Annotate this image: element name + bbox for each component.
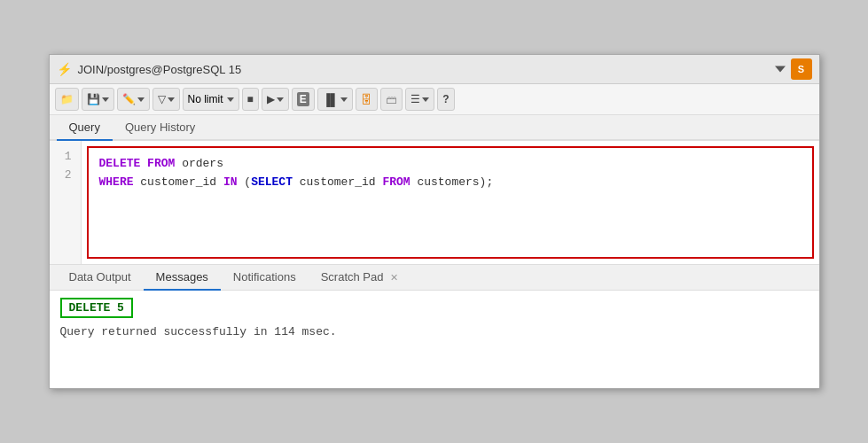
- db-icon: S: [791, 58, 812, 80]
- result-area: DELETE 5 Query returned successfully in …: [50, 291, 819, 388]
- macros-caret: [422, 97, 429, 102]
- filter-button[interactable]: ▽: [152, 88, 180, 111]
- line-number-1: 1: [59, 148, 72, 167]
- line-numbers: 1 2: [50, 141, 82, 264]
- filter-icon: ▽: [158, 93, 166, 105]
- save-caret: [102, 97, 109, 102]
- connect-button[interactable]: 🗄: [356, 88, 378, 111]
- code-line-2: WHERE customer_id IN (SELECT customer_id…: [99, 174, 802, 192]
- edit-caret: [137, 97, 145, 102]
- tab-notifications[interactable]: Notifications: [221, 265, 309, 291]
- no-limit-dropdown[interactable]: No limit: [183, 88, 239, 111]
- disconnect-icon: 🗃: [386, 93, 397, 106]
- explain-icon: E: [297, 92, 309, 106]
- title-bar: ⚡ JOIN/postgres@PostgreSQL 15 S: [50, 55, 819, 84]
- tab-query[interactable]: Query: [57, 115, 113, 141]
- code-line-1: DELETE FROM orders: [99, 155, 802, 174]
- connection-title: JOIN/postgres@PostgreSQL 15: [78, 63, 770, 76]
- folder-icon: 📁: [60, 93, 74, 105]
- save-button[interactable]: 💾: [82, 88, 114, 111]
- run-button[interactable]: ▶: [262, 88, 289, 111]
- save-icon: 💾: [87, 93, 100, 105]
- tab-messages[interactable]: Messages: [144, 265, 221, 291]
- macros-button[interactable]: ☰: [405, 88, 434, 111]
- scratch-pad-close[interactable]: ✕: [390, 272, 398, 283]
- connection-dropdown[interactable]: [775, 64, 786, 74]
- bar-chart-icon: ▐▌: [323, 93, 339, 106]
- play-icon: ▶: [267, 93, 275, 105]
- tab-scratch-pad[interactable]: Scratch Pad ✕: [309, 265, 411, 291]
- list-icon: ☰: [411, 93, 420, 105]
- connect-icon: 🗄: [361, 93, 372, 106]
- code-editor[interactable]: DELETE FROM orders WHERE customer_id IN …: [87, 146, 814, 259]
- open-button[interactable]: 📁: [55, 88, 79, 111]
- delete-result: DELETE 5: [60, 298, 133, 318]
- stats-button[interactable]: ▐▌: [317, 88, 353, 111]
- main-window: ⚡ JOIN/postgres@PostgreSQL 15 S 📁 💾 ✏️ ▽…: [49, 54, 820, 389]
- no-limit-label: No limit: [188, 93, 223, 105]
- result-tabs: Data Output Messages Notifications Scrat…: [50, 265, 819, 291]
- stats-caret: [340, 97, 348, 102]
- line-number-2: 2: [59, 167, 72, 185]
- toolbar: 📁 💾 ✏️ ▽ No limit ■ ▶ E ▐▌: [50, 84, 819, 115]
- help-icon: ?: [442, 93, 449, 105]
- stop-button[interactable]: ■: [242, 88, 259, 111]
- edit-button[interactable]: ✏️: [117, 88, 150, 111]
- connection-icon: ⚡: [57, 61, 73, 77]
- filter-caret: [168, 97, 175, 102]
- pencil-icon: ✏️: [122, 93, 136, 105]
- help-button[interactable]: ?: [437, 88, 454, 111]
- query-tabs: Query Query History: [50, 115, 819, 141]
- run-caret: [277, 97, 284, 102]
- disconnect-button[interactable]: 🗃: [380, 88, 403, 111]
- no-limit-caret: [227, 97, 234, 102]
- stop-icon: ■: [247, 93, 254, 105]
- editor-area: 1 2 DELETE FROM orders WHERE customer_id…: [50, 141, 819, 265]
- tab-query-history[interactable]: Query History: [113, 115, 207, 141]
- result-message: Query returned successfully in 114 msec.: [60, 325, 809, 338]
- explain-button[interactable]: E: [292, 88, 315, 111]
- tab-data-output[interactable]: Data Output: [57, 265, 144, 291]
